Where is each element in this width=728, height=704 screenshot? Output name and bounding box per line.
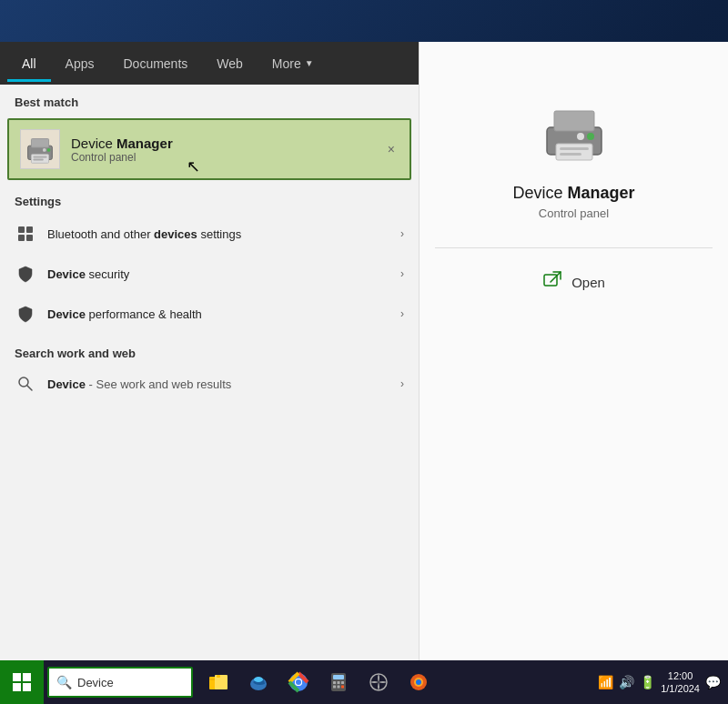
best-match-title: Device Manager [71,136,384,151]
bluetooth-settings-text: Bluetooth and other devices settings [47,227,400,241]
svg-rect-37 [341,681,344,684]
svg-line-21 [551,272,561,282]
svg-rect-8 [26,226,33,233]
svg-rect-40 [341,686,344,689]
svg-rect-4 [33,159,43,161]
right-panel-title: Device Manager [512,184,634,203]
right-panel-divider [435,247,713,248]
chevron-down-icon: ▼ [305,58,314,68]
taskbar-search-bar[interactable]: 🔍 [47,667,193,698]
search-panel: All Apps Documents Web More ▼ Best match [0,42,419,660]
taskbar-file-explorer[interactable] [200,664,237,700]
battery-icon[interactable]: 🔋 [640,675,655,689]
settings-label: Settings [0,184,419,214]
right-panel-subtitle: Control panel [539,206,609,220]
device-manager-icon [20,129,60,169]
svg-rect-20 [544,275,557,286]
grid-icon [15,223,36,245]
taskbar-firefox[interactable] [400,664,437,700]
best-match-subtitle: Control panel [71,151,384,164]
chevron-right-icon-3: › [400,307,404,320]
taskbar-calculator[interactable] [320,664,357,700]
best-match-label: Best match [0,85,419,115]
svg-point-18 [587,133,594,140]
settings-item-device-security[interactable]: Device security › [0,254,419,294]
svg-rect-26 [217,675,220,678]
search-web-icon [15,373,36,395]
shield-icon [15,263,36,285]
settings-item-device-health[interactable]: Device performance & health › [0,294,419,334]
svg-point-6 [43,148,46,152]
svg-rect-10 [26,235,33,241]
tab-more[interactable]: More ▼ [258,45,329,82]
svg-point-5 [47,148,51,152]
svg-point-28 [254,677,263,682]
svg-rect-17 [560,153,581,156]
svg-rect-1 [31,139,48,148]
start-button[interactable] [0,660,44,704]
svg-rect-15 [556,144,592,160]
taskbar-edge[interactable] [240,664,277,700]
shield-health-icon [15,303,36,325]
svg-rect-3 [33,156,46,158]
svg-rect-16 [560,147,589,150]
network-icon[interactable]: 📶 [598,675,613,689]
svg-point-19 [577,133,584,140]
tab-apps[interactable]: Apps [51,45,109,82]
search-web-text: Device - See work and web results [47,377,400,391]
svg-rect-7 [18,226,25,233]
svg-rect-36 [338,681,340,684]
close-icon[interactable]: × [384,138,399,160]
chevron-right-icon-2: › [400,267,404,280]
windows-logo-icon [13,673,31,691]
tabs-bar: All Apps Documents Web More ▼ [0,42,419,85]
search-web-label: Search work and web [0,337,419,364]
search-input[interactable] [77,676,168,689]
right-panel: Device Manager Control panel Open [419,42,728,660]
taskbar-settings[interactable] [360,664,397,700]
tab-web[interactable]: Web [202,45,258,82]
best-match-text: Device Manager Control panel [71,136,384,164]
svg-line-12 [27,386,32,390]
svg-point-32 [296,679,301,685]
tab-documents[interactable]: Documents [108,45,202,82]
search-web-item[interactable]: Device - See work and web results › [0,364,419,404]
desktop: All Apps Documents Web More ▼ Best match [0,0,728,704]
best-match-item[interactable]: Device Manager Control panel × ↖ [7,118,411,180]
chevron-right-icon: › [400,227,404,240]
open-label: Open [571,275,605,290]
svg-rect-35 [333,681,336,684]
taskbar-chrome[interactable] [280,664,317,700]
search-content: Best match Devic [0,85,419,660]
device-security-text: Device security [47,267,400,281]
svg-rect-34 [333,675,344,679]
svg-rect-39 [338,686,340,689]
open-icon [542,270,562,295]
tab-all[interactable]: All [7,45,51,82]
tab-more-label: More [272,56,301,71]
taskbar-right-area: 📶 🔊 🔋 12:00 1/1/2024 💬 [598,669,728,696]
device-health-text: Device performance & health [47,307,400,321]
taskbar: 🔍 [0,660,728,704]
chevron-right-icon-4: › [400,377,404,390]
settings-item-bluetooth[interactable]: Bluetooth and other devices settings › [0,214,419,254]
open-action[interactable]: Open [528,263,620,302]
svg-rect-9 [18,235,25,241]
svg-point-44 [416,679,421,685]
volume-icon[interactable]: 🔊 [619,675,634,689]
notification-icon[interactable]: 💬 [705,675,721,689]
search-icon: 🔍 [56,675,72,689]
taskbar-icons [200,664,437,700]
system-clock: 12:00 1/1/2024 [661,669,700,696]
svg-rect-14 [554,111,594,131]
right-panel-device-manager-icon [538,96,611,169]
svg-rect-38 [333,686,336,689]
